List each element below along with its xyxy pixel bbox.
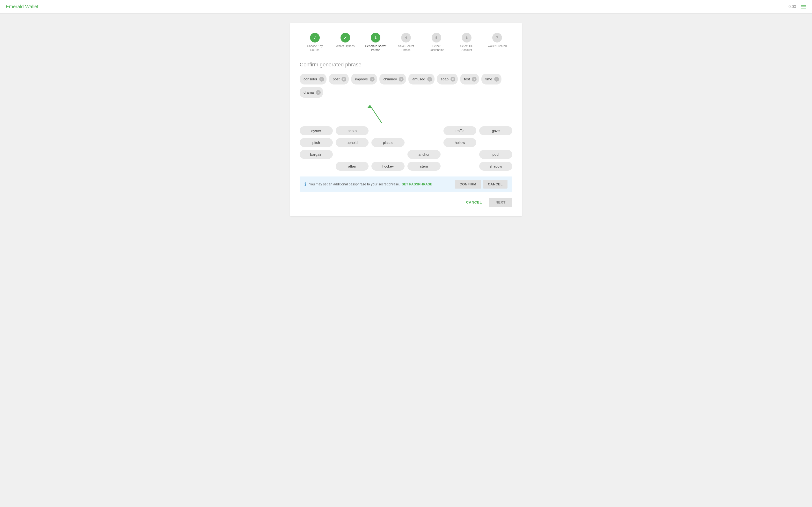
hamburger-line-2 (801, 6, 806, 7)
word-affair[interactable]: affair (336, 162, 369, 171)
phrase-slot-text: consider (304, 77, 317, 81)
phrase-slot-text: chimney (383, 77, 397, 81)
phrase-slot-text: test (464, 77, 470, 81)
header-right: 0.00 (789, 5, 806, 9)
cancel-button[interactable]: CANCEL (462, 198, 486, 207)
word-traffic[interactable]: traffic (444, 126, 476, 135)
phrase-slot-text: soap (441, 77, 449, 81)
step-1: ✓ Choose Key Source (300, 33, 330, 52)
step-4-number: 4 (405, 36, 407, 40)
word-oyster[interactable]: oyster (300, 126, 333, 135)
remove-drama-button[interactable]: × (316, 90, 321, 95)
svg-marker-1 (367, 105, 373, 108)
balance-display: 0.00 (789, 5, 796, 9)
confirm-button[interactable]: CONFIRM (455, 180, 481, 188)
step-3-number: 3 (374, 36, 376, 40)
word-hollow[interactable]: hollow (444, 138, 476, 147)
remove-improve-button[interactable]: × (370, 77, 374, 81)
step-2-label: Wallet Options (336, 44, 355, 48)
word-pool[interactable]: pool (479, 150, 512, 159)
word-bargain[interactable]: bargain (300, 150, 333, 159)
info-bar: ℹ You may set an additional passphrase t… (300, 176, 512, 192)
step-4-circle: 4 (401, 33, 411, 43)
phrase-slot-post: post × (329, 74, 349, 84)
next-button[interactable]: NEXT (489, 198, 512, 207)
remove-soap-button[interactable]: × (451, 77, 455, 81)
step-2-check: ✓ (344, 36, 347, 40)
remove-amused-button[interactable]: × (427, 77, 432, 81)
cancel-passphrase-button[interactable]: CANCEL (483, 180, 507, 188)
phrase-slot-soap: soap × (437, 74, 458, 84)
app-header: Emerald Wallet 0.00 (0, 0, 812, 13)
word-plastic[interactable]: plastic (371, 138, 405, 147)
word-photo[interactable]: photo (336, 126, 369, 135)
phrase-slot-text: improve (355, 77, 368, 81)
step-6-number: 6 (466, 36, 468, 40)
step-7: 7 Wallet Created (482, 33, 512, 48)
phrase-slot-text: time (485, 77, 492, 81)
step-1-check: ✓ (313, 36, 316, 40)
set-passphrase-link[interactable]: SET PASSPHRASE (402, 182, 433, 186)
step-6: 6 Select HD Account (452, 33, 482, 52)
info-text: You may set an additional passphrase to … (309, 182, 452, 186)
phrase-slot-drama: drama × (300, 87, 323, 98)
step-1-circle: ✓ (310, 33, 320, 43)
step-4-label: Save Secret Phrase (395, 44, 417, 52)
phrase-slot-amused: amused × (408, 74, 434, 84)
remove-test-button[interactable]: × (472, 77, 476, 81)
bottom-actions: CANCEL NEXT (300, 198, 512, 207)
phrase-slot-consider: consider × (300, 74, 326, 84)
step-4: 4 Save Secret Phrase (391, 33, 421, 52)
wizard-card: ✓ Choose Key Source ✓ Wallet Options 3 G… (290, 23, 522, 216)
phrase-slot-text: amused (412, 77, 425, 81)
word-gaze[interactable]: gaze (479, 126, 512, 135)
remove-chimney-button[interactable]: × (399, 77, 404, 81)
phrase-slot-test: test × (460, 74, 479, 84)
step-5: 5 Select Blockchains (421, 33, 452, 52)
hamburger-line-1 (801, 5, 806, 6)
direction-arrow (367, 103, 396, 124)
step-3-label: Generate Secret Phrase (365, 44, 387, 52)
app-logo: Emerald Wallet (6, 4, 39, 9)
word-anchor[interactable]: anchor (407, 150, 441, 159)
info-actions: CONFIRM CANCEL (455, 180, 507, 188)
phrase-slot-time: time × (481, 74, 501, 84)
step-7-number: 7 (496, 36, 498, 40)
word-grid: oyster photo traffic gaze pitch uphold p… (300, 126, 512, 171)
step-6-circle: 6 (462, 33, 471, 43)
phrase-slot-text: post (333, 77, 340, 81)
step-2-circle: ✓ (341, 33, 350, 43)
arrow-area (300, 103, 512, 124)
step-2: ✓ Wallet Options (330, 33, 361, 48)
main-content: ✓ Choose Key Source ✓ Wallet Options 3 G… (0, 13, 812, 226)
phrase-slot-improve: improve × (351, 74, 377, 84)
remove-time-button[interactable]: × (494, 77, 499, 81)
phrase-slots-area: consider × post × improve × chimney × am… (300, 74, 512, 98)
remove-consider-button[interactable]: × (319, 77, 324, 81)
step-3-circle: 3 (371, 33, 380, 43)
step-3: 3 Generate Secret Phrase (360, 33, 391, 52)
step-1-label: Choose Key Source (304, 44, 326, 52)
section-title: Confirm generated phrase (300, 62, 512, 68)
step-5-label: Select Blockchains (425, 44, 447, 52)
word-uphold[interactable]: uphold (336, 138, 369, 147)
phrase-slot-text: drama (304, 90, 314, 95)
phrase-slot-chimney: chimney × (379, 74, 406, 84)
step-5-number: 5 (436, 36, 438, 40)
step-6-label: Select HD Account (456, 44, 477, 52)
step-7-circle: 7 (492, 33, 502, 43)
step-7-label: Wallet Created (488, 44, 507, 48)
word-pitch[interactable]: pitch (300, 138, 333, 147)
remove-post-button[interactable]: × (342, 77, 346, 81)
stepper: ✓ Choose Key Source ✓ Wallet Options 3 G… (300, 33, 512, 52)
menu-button[interactable] (801, 5, 806, 8)
word-stem[interactable]: stem (407, 162, 441, 171)
word-hockey[interactable]: hockey (371, 162, 405, 171)
info-icon: ℹ (305, 181, 306, 187)
word-shadow[interactable]: shadow (479, 162, 512, 171)
hamburger-line-3 (801, 8, 806, 8)
step-5-circle: 5 (432, 33, 441, 43)
